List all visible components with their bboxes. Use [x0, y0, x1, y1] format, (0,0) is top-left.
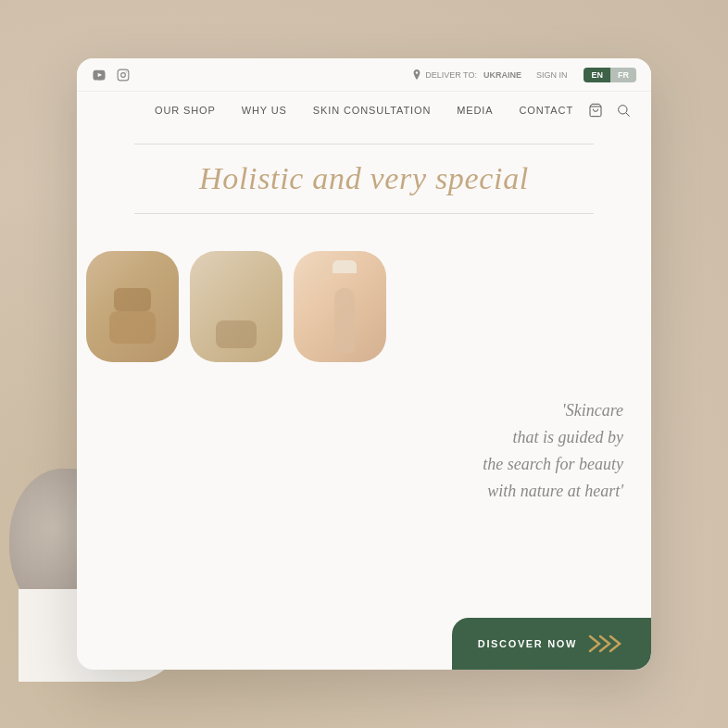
nav-media[interactable]: MEDIA	[457, 105, 493, 116]
svg-line-5	[626, 113, 630, 117]
top-bar: DELIVER TO: UKRAINE SIGN IN EN FR	[77, 58, 651, 92]
svg-point-4	[619, 106, 627, 114]
social-icons	[92, 68, 131, 82]
tagline-line4: with nature at heart'	[487, 482, 623, 500]
discover-btn-label: DISCOVER NOW	[478, 638, 577, 649]
nav-action-icons	[586, 101, 633, 119]
product-image-1[interactable]	[86, 251, 179, 362]
instagram-icon[interactable]	[116, 68, 131, 82]
lang-en-button[interactable]: EN	[584, 68, 610, 82]
location-info: DELIVER TO: UKRAINE	[412, 69, 521, 81]
product-image-2[interactable]	[190, 251, 282, 362]
lower-section: 'Skincare that is guided by the search f…	[77, 232, 651, 670]
bottom-divider	[134, 213, 594, 214]
top-right-bar: DELIVER TO: UKRAINE SIGN IN EN FR	[412, 68, 636, 82]
chevrons-icon	[588, 633, 625, 655]
main-content: Holistic and very special 'Skincare that…	[77, 129, 651, 670]
nav-our-shop[interactable]: OUR SHOP	[155, 105, 216, 116]
navigation-bar: OUR SHOP WHY US SKIN CONSULTATION MEDIA …	[77, 92, 651, 129]
youtube-icon[interactable]	[92, 68, 107, 82]
nav-skin-consultation[interactable]: SKIN CONSULTATION	[313, 105, 431, 116]
discover-now-button[interactable]: DISCOVER NOW	[452, 618, 651, 670]
search-button[interactable]	[614, 101, 633, 119]
deliver-location: UKRAINE	[483, 70, 521, 80]
language-switcher: EN FR	[584, 68, 636, 82]
lang-fr-button[interactable]: FR	[610, 68, 636, 82]
product-images	[77, 242, 405, 660]
svg-point-1	[121, 72, 126, 77]
svg-point-2	[126, 71, 127, 72]
nav-contact[interactable]: CONTACT	[519, 105, 573, 116]
tagline-text: 'Skincare that is guided by the search f…	[483, 397, 623, 504]
tagline-line1: 'Skincare	[562, 401, 623, 420]
tagline-line2: that is guided by	[513, 428, 624, 446]
svg-rect-0	[118, 69, 129, 81]
tagline-section: 'Skincare that is guided by the search f…	[405, 242, 651, 660]
deliver-label: DELIVER TO:	[425, 70, 477, 80]
product-image-3[interactable]	[294, 251, 386, 362]
hero-title: Holistic and very special	[171, 144, 557, 213]
browser-window: DELIVER TO: UKRAINE SIGN IN EN FR OUR SH…	[77, 58, 651, 670]
nav-why-us[interactable]: WHY US	[242, 105, 287, 116]
tagline-line3: the search for beauty	[483, 455, 623, 473]
sign-in-link[interactable]: SIGN IN	[536, 70, 568, 80]
cart-button[interactable]	[586, 101, 605, 119]
